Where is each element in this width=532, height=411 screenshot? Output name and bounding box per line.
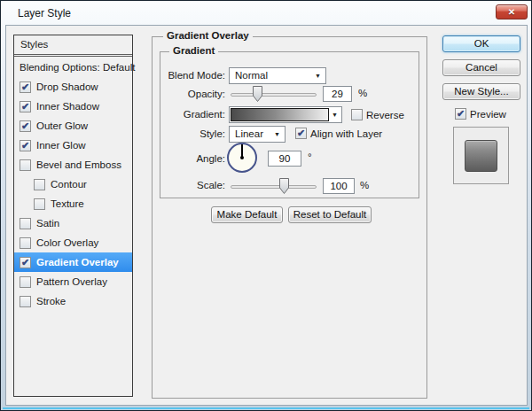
opacity-slider-thumb[interactable] (253, 86, 262, 102)
gradient-overlay-panel: Gradient Overlay Gradient Blend Mode: No… (152, 36, 427, 399)
preview-area (453, 127, 509, 184)
style-dropdown[interactable]: Linear ▼ (229, 126, 286, 143)
check-icon: ✔ (20, 101, 30, 112)
blend-mode-value: Normal (235, 70, 268, 81)
inner-shadow-checkbox[interactable]: ✔ (20, 101, 31, 112)
close-button[interactable]: ✕ (496, 4, 528, 19)
check-icon: ✔ (20, 81, 30, 93)
sidebar-item-inner-glow[interactable]: ✔ Inner Glow (14, 136, 132, 155)
window-title: Layer Style (18, 7, 71, 19)
bevel-and-emboss-checkbox[interactable]: ✔ (20, 159, 31, 171)
title-bar[interactable]: Layer Style ✕ (2, 1, 530, 24)
sidebar-item-outer-glow[interactable]: ✔ Outer Glow (14, 116, 132, 136)
reverse-checkbox[interactable]: ✔ (351, 109, 363, 120)
new-style-button[interactable]: New Style... (442, 83, 520, 100)
satin-checkbox[interactable]: ✔ (20, 218, 31, 229)
style-label: Style: (161, 128, 225, 139)
stroke-checkbox[interactable]: ✔ (20, 296, 31, 307)
slider-thumb-shape (279, 178, 289, 194)
outer-glow-checkbox[interactable]: ✔ (20, 120, 31, 132)
opacity-label: Opacity: (161, 89, 225, 99)
sidebar-item-inner-shadow[interactable]: ✔ Inner Shadow (14, 97, 132, 116)
sidebar-item-blending-options[interactable]: Blending Options: Default (14, 58, 132, 77)
gradient-picker[interactable]: ▼ (229, 106, 342, 123)
dropdown-arrow-icon: ▼ (274, 131, 280, 138)
styles-list-header: Styles (14, 35, 132, 55)
slider-thumb-shape (253, 86, 262, 102)
cancel-button[interactable]: Cancel (442, 59, 520, 76)
blend-mode-dropdown[interactable]: Normal ▼ (229, 67, 326, 84)
preview-checkbox[interactable]: ✔ (455, 108, 466, 120)
styles-list-separator (14, 55, 132, 57)
sidebar-item-satin[interactable]: ✔ Satin (14, 213, 132, 233)
check-icon: ✔ (456, 108, 466, 120)
scale-slider-thumb[interactable] (279, 178, 289, 194)
panel-title: Gradient Overlay (163, 30, 253, 41)
opacity-unit: % (358, 88, 367, 98)
gradient-overlay-checkbox[interactable]: ✔ (20, 257, 31, 268)
texture-checkbox[interactable]: ✔ (34, 198, 45, 210)
scale-slider-track[interactable] (231, 185, 317, 189)
gradient-swatch[interactable] (231, 108, 329, 121)
inner-glow-checkbox[interactable]: ✔ (20, 140, 31, 151)
angle-dial[interactable] (227, 143, 257, 173)
sidebar-item-pattern-overlay[interactable]: ✔ Pattern Overlay (14, 272, 132, 291)
check-icon: ✔ (20, 120, 30, 132)
scale-label: Scale: (161, 180, 225, 190)
group-title: Gradient (169, 45, 218, 56)
scale-unit: % (360, 180, 369, 190)
close-icon: ✕ (508, 7, 515, 17)
layer-style-dialog: Layer Style ✕ Styles Blending Options: D… (0, 0, 532, 411)
sidebar-item-drop-shadow[interactable]: ✔ Drop Shadow (14, 77, 132, 97)
window-frame-glow (3, 407, 529, 409)
check-icon: ✔ (20, 257, 30, 268)
angle-input[interactable] (268, 151, 301, 167)
ok-button[interactable]: OK (442, 35, 520, 52)
styles-list: Styles Blending Options: Default ✔ Drop … (13, 35, 133, 397)
sidebar-item-stroke[interactable]: ✔ Stroke (14, 291, 132, 311)
sidebar-item-texture[interactable]: ✔ Texture (14, 194, 132, 213)
blend-mode-label: Blend Mode: (161, 70, 225, 81)
angle-unit: ° (308, 151, 312, 162)
reset-to-default-button[interactable]: Reset to Default (288, 206, 372, 223)
angle-label: Angle: (161, 153, 225, 164)
style-value: Linear (235, 128, 263, 139)
preview-thumbnail (465, 140, 497, 172)
pattern-overlay-checkbox[interactable]: ✔ (20, 276, 31, 288)
dropdown-arrow-icon: ▼ (315, 73, 321, 80)
preview-label: Preview (470, 109, 506, 120)
scale-input[interactable] (323, 178, 355, 194)
opacity-slider-track[interactable] (231, 93, 317, 97)
sidebar-item-gradient-overlay[interactable]: ✔ Gradient Overlay (14, 252, 132, 272)
gradient-label: Gradient: (161, 109, 225, 120)
contour-checkbox[interactable]: ✔ (34, 179, 45, 190)
make-default-button[interactable]: Make Default (211, 206, 283, 223)
color-overlay-checkbox[interactable]: ✔ (20, 237, 31, 249)
sidebar-item-bevel-and-emboss[interactable]: ✔ Bevel and Emboss (14, 155, 132, 174)
gradient-dropdown-arrow-icon[interactable]: ▼ (329, 108, 340, 121)
sidebar-item-color-overlay[interactable]: ✔ Color Overlay (14, 233, 132, 252)
sidebar-item-contour[interactable]: ✔ Contour (14, 174, 132, 194)
align-with-layer-checkbox[interactable]: ✔ (295, 128, 307, 139)
check-icon: ✔ (20, 140, 30, 151)
drop-shadow-checkbox[interactable]: ✔ (20, 81, 31, 93)
check-icon: ✔ (296, 128, 306, 139)
angle-dial-hub (240, 156, 244, 159)
opacity-input[interactable] (323, 86, 352, 102)
reverse-label: Reverse (366, 110, 404, 120)
align-with-layer-label: Align with Layer (310, 128, 382, 139)
